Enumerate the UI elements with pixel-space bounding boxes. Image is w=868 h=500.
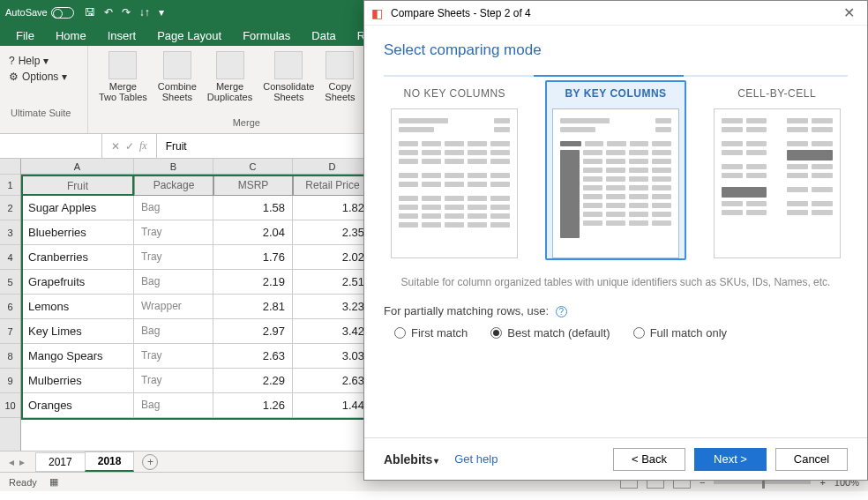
cell[interactable]: Key Limes bbox=[21, 319, 134, 344]
cell[interactable]: 2.97 bbox=[213, 319, 293, 344]
dialog-titlebar[interactable]: Compare Sheets - Step 2 of 4 ✕ bbox=[364, 1, 867, 26]
cell[interactable]: Lemons bbox=[21, 295, 134, 319]
cell[interactable]: 2.35 bbox=[293, 220, 372, 245]
tab-home[interactable]: Home bbox=[45, 26, 97, 46]
cell[interactable]: Cranberries bbox=[21, 245, 134, 270]
add-sheet-button[interactable]: + bbox=[142, 454, 158, 470]
cell[interactable]: Bag bbox=[134, 393, 213, 418]
cell[interactable]: Oranges bbox=[21, 393, 134, 418]
next-sheet-icon[interactable]: ▸ bbox=[19, 456, 25, 468]
cell[interactable]: 1.58 bbox=[213, 196, 293, 220]
radio-best-match[interactable]: Best match (default) bbox=[490, 326, 610, 340]
ribbon-button[interactable]: Combine Sheets bbox=[153, 49, 202, 104]
redo-icon[interactable]: ↷ bbox=[122, 6, 131, 19]
cell[interactable]: Sugar Apples bbox=[21, 196, 134, 220]
cell[interactable]: 3.42 bbox=[293, 319, 372, 344]
ribbon-button[interactable]: Merge Duplicates bbox=[202, 49, 258, 104]
cell-b1[interactable]: Package bbox=[134, 175, 213, 196]
cell[interactable]: Tray bbox=[134, 344, 213, 369]
row-header[interactable]: 8 bbox=[0, 344, 20, 369]
tab-data[interactable]: Data bbox=[301, 26, 346, 46]
cell[interactable]: Tray bbox=[134, 220, 213, 245]
cell[interactable]: 2.63 bbox=[213, 344, 293, 369]
name-box[interactable] bbox=[0, 134, 102, 158]
cell[interactable]: Bag bbox=[134, 270, 213, 295]
cell-a1[interactable]: Fruit bbox=[21, 175, 134, 196]
cell[interactable]: 1.76 bbox=[213, 245, 293, 270]
cell[interactable]: 1.44 bbox=[293, 393, 372, 418]
radio-first-match[interactable]: First match bbox=[394, 326, 468, 340]
cell-d1[interactable]: Retail Price bbox=[293, 175, 372, 196]
save-icon[interactable]: 🖫 bbox=[85, 6, 95, 19]
undo-icon[interactable]: ↶ bbox=[104, 6, 113, 19]
tab-formulas[interactable]: Formulas bbox=[232, 26, 301, 46]
cancel-button[interactable]: Cancel bbox=[775, 448, 848, 471]
col-header[interactable]: A bbox=[21, 159, 134, 174]
cell[interactable]: Tray bbox=[134, 369, 213, 393]
autosave-toggle[interactable]: AutoSave bbox=[5, 7, 74, 19]
sheet-tab-2017[interactable]: 2017 bbox=[35, 452, 86, 472]
prev-sheet-icon[interactable]: ◂ bbox=[9, 456, 14, 468]
row-header[interactable]: 2 bbox=[0, 196, 20, 220]
options-button[interactable]: ⚙Options ▾ bbox=[9, 71, 79, 83]
cell[interactable]: Grapefruits bbox=[21, 270, 134, 295]
cell[interactable]: 2.19 bbox=[213, 270, 293, 295]
mode-no-key-columns[interactable]: NO KEY COLUMNS bbox=[384, 80, 526, 260]
ribbon-button[interactable]: Consolidate Sheets bbox=[258, 49, 319, 104]
cell[interactable]: 3.23 bbox=[293, 295, 372, 319]
cell[interactable]: Mango Spears bbox=[21, 344, 134, 369]
cell[interactable]: Wrapper bbox=[134, 295, 213, 319]
help-button[interactable]: ?Help ▾ bbox=[9, 55, 79, 67]
back-button[interactable]: < Back bbox=[613, 448, 685, 471]
mode-cell-by-cell[interactable]: CELL-BY-CELL bbox=[706, 80, 848, 260]
macro-icon[interactable]: ▦ bbox=[49, 476, 58, 488]
ribbon-button[interactable]: Merge Two Tables bbox=[94, 49, 153, 104]
tab-file[interactable]: File bbox=[5, 26, 45, 46]
cell[interactable]: 1.26 bbox=[213, 393, 293, 418]
sort-icon[interactable]: ↓↑ bbox=[139, 6, 150, 19]
row-header[interactable]: 7 bbox=[0, 319, 20, 344]
row-header[interactable]: 6 bbox=[0, 295, 20, 319]
close-icon[interactable]: ✕ bbox=[838, 4, 860, 21]
ribbon-button[interactable]: Copy Sheets bbox=[319, 49, 360, 104]
zoom-slider[interactable] bbox=[714, 481, 811, 484]
cell[interactable]: Tray bbox=[134, 245, 213, 270]
cell[interactable]: 1.82 bbox=[293, 196, 372, 220]
accept-icon[interactable]: ✓ bbox=[125, 140, 134, 153]
cell[interactable]: 2.63 bbox=[293, 369, 372, 393]
col-header[interactable]: C bbox=[213, 159, 293, 174]
get-help-link[interactable]: Get help bbox=[454, 452, 498, 466]
mode-by-key-columns[interactable]: BY KEY COLUMNS bbox=[545, 80, 687, 260]
row-header[interactable]: 9 bbox=[0, 369, 20, 393]
row-header[interactable]: 4 bbox=[0, 245, 20, 270]
cancel-icon[interactable]: ✕ bbox=[111, 140, 120, 153]
select-all-corner[interactable] bbox=[0, 159, 20, 175]
cell[interactable]: Mulberries bbox=[21, 369, 134, 393]
row-header[interactable]: 5 bbox=[0, 270, 20, 295]
next-button[interactable]: Next > bbox=[694, 448, 767, 471]
cell-c1[interactable]: MSRP bbox=[213, 175, 293, 196]
cell[interactable]: Bag bbox=[134, 319, 213, 344]
cell[interactable]: 2.81 bbox=[213, 295, 293, 319]
more-icon[interactable]: ▾ bbox=[159, 6, 164, 19]
cell[interactable]: 2.51 bbox=[293, 270, 372, 295]
cell[interactable]: Blueberries bbox=[21, 220, 134, 245]
brand-link[interactable]: Ablebits▾ bbox=[384, 452, 438, 466]
col-header[interactable]: B bbox=[134, 159, 213, 174]
cell[interactable]: 3.03 bbox=[293, 344, 372, 369]
fx-icon[interactable]: fx bbox=[139, 139, 147, 153]
cell[interactable]: 2.04 bbox=[213, 220, 293, 245]
cell[interactable]: Bag bbox=[134, 196, 213, 220]
radio-full-match[interactable]: Full match only bbox=[633, 326, 727, 340]
col-header[interactable]: D bbox=[293, 159, 372, 174]
row-header[interactable]: 10 bbox=[0, 393, 20, 418]
cell[interactable]: 2.29 bbox=[213, 369, 293, 393]
help-icon[interactable]: ? bbox=[556, 306, 567, 317]
tab-insert[interactable]: Insert bbox=[97, 26, 147, 46]
tab-page-layout[interactable]: Page Layout bbox=[146, 26, 232, 46]
row-header[interactable]: 1 bbox=[0, 175, 20, 196]
row-header[interactable]: 3 bbox=[0, 220, 20, 245]
formula-value[interactable]: Fruit bbox=[157, 137, 196, 156]
cell[interactable]: 2.02 bbox=[293, 245, 372, 270]
sheet-tab-2018[interactable]: 2018 bbox=[85, 451, 135, 472]
